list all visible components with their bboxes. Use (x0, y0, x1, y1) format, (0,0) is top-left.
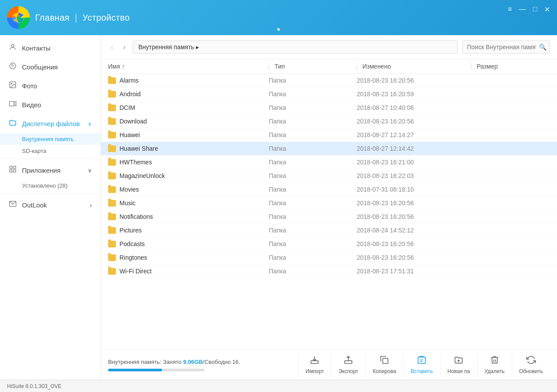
file-type-cell: Папка (269, 200, 357, 207)
refresh-icon (526, 355, 536, 367)
sidebar-item-filemanager[interactable]: Диспетчер файлов ∨ (0, 114, 101, 133)
file-name-cell: Movies (108, 186, 269, 193)
paste-icon (417, 355, 427, 367)
svg-rect-15 (418, 357, 426, 364)
minimize-button[interactable]: — (519, 5, 526, 14)
file-name-text: Movies (119, 186, 139, 193)
toolbar-btn-paste[interactable]: Вставить (403, 353, 440, 376)
table-row[interactable]: Alarms Папка 2018-08-23 16:20:56 (101, 74, 557, 87)
table-row[interactable]: Wi-Fi Direct Папка 2018-08-23 17:51:31 (101, 265, 557, 278)
file-name-text: Podcasts (119, 240, 145, 247)
file-date-cell: 2018-08-27 12:14:27 (357, 131, 471, 138)
messages-icon (9, 62, 17, 72)
menu-button[interactable]: ≡ (508, 5, 512, 14)
export-label: Экспорт (338, 368, 358, 374)
sidebar-sub-sd[interactable]: SD-карта (0, 145, 101, 157)
storage-label: Внутренняя память: Занято (108, 359, 183, 365)
home-label: Главная (35, 13, 69, 23)
col-modified-header[interactable]: Изменено (357, 63, 471, 70)
table-row[interactable]: Movies Папка 2018-07-31 08:18:10 (101, 183, 557, 196)
table-row[interactable]: MagazineUnlock Папка 2018-08-23 16:22:03 (101, 169, 557, 183)
file-type-cell: Папка (269, 268, 357, 275)
contacts-label: Контакты (22, 44, 51, 52)
sidebar-item-video[interactable]: Видео (0, 95, 101, 114)
table-row[interactable]: DCIM Папка 2018-08-27 10:40:06 (101, 101, 557, 115)
back-button[interactable]: ‹ (108, 41, 116, 54)
file-date-cell: 2018-08-23 16:20:56 (357, 254, 471, 261)
table-row[interactable]: Notifications Папка 2018-08-23 16:20:56 (101, 210, 557, 224)
file-date-cell: 2018-08-23 16:20:56 (357, 213, 471, 220)
video-icon (9, 100, 17, 110)
sidebar-sub-installed[interactable]: Установлено (28) (0, 180, 101, 192)
paste-label: Вставить (411, 368, 433, 374)
file-date-cell: 2018-08-23 16:20:56 (357, 240, 471, 247)
titlebar: Главная | Устройство ≡ — □ ✕ (0, 0, 557, 35)
sidebar-item-contacts[interactable]: Контакты (0, 39, 101, 58)
table-header: Имя ↑ Тип Изменено Размер (101, 59, 557, 74)
sidebar-divider-2 (0, 193, 101, 194)
sidebar-item-messages[interactable]: Сообщения (0, 58, 101, 76)
table-row[interactable]: Music Папка 2018-08-23 16:20:56 (101, 196, 557, 210)
file-name-cell: Ringtones (108, 254, 269, 261)
titlebar-dot (277, 28, 280, 31)
file-date-cell: 2018-08-24 14:52:12 (357, 227, 471, 234)
file-name-text: HWThemes (119, 159, 152, 166)
table-row[interactable]: Android Папка 2018-08-23 16:20:59 (101, 87, 557, 101)
storage-bar-fill (108, 369, 162, 371)
forward-button[interactable]: › (120, 41, 128, 54)
new_folder-label: Новая па (448, 368, 470, 374)
maximize-button[interactable]: □ (533, 5, 537, 14)
device-label: Устройство (83, 13, 130, 23)
toolbar-btn-copy[interactable]: Копирова (365, 353, 403, 376)
folder-icon (108, 77, 116, 84)
col-type-header[interactable]: Тип (269, 63, 357, 70)
file-type-cell: Папка (269, 254, 357, 261)
col-name-header[interactable]: Имя ↑ (108, 63, 269, 70)
file-type-cell: Папка (269, 186, 357, 193)
sidebar-item-photos[interactable]: Фото (0, 76, 101, 95)
window-controls: ≡ — □ ✕ (508, 5, 550, 14)
storage-bar-container (108, 369, 205, 371)
version-label: HiSuite 8.0.1.303_OVE (7, 383, 61, 389)
file-date-cell: 2018-08-23 16:22:03 (357, 172, 471, 179)
import-icon (310, 355, 319, 367)
close-button[interactable]: ✕ (544, 5, 550, 14)
status-bar: Внутренняя память: Занято 9.06GB/Свободн… (101, 349, 557, 380)
toolbar-btn-export[interactable]: Экспорт (331, 353, 365, 376)
toolbar-btn-import[interactable]: Импорт (298, 353, 331, 376)
file-date-cell: 2018-08-27 12:14:42 (357, 145, 471, 152)
search-input[interactable] (462, 40, 550, 54)
col-size-header[interactable]: Размер (471, 63, 550, 70)
toolbar-btn-new_folder[interactable]: Новая па (440, 353, 477, 376)
table-row[interactable]: Ringtones Папка 2018-08-23 16:20:56 (101, 251, 557, 265)
table-row[interactable]: HWThemes Папка 2018-08-23 16:21:00 (101, 156, 557, 169)
file-name-text: Huawei Share (119, 145, 158, 152)
toolbar: Импорт Экспорт Копирова Вставить Новая п… (298, 353, 550, 376)
file-type-cell: Папка (269, 159, 357, 166)
table-row[interactable]: Pictures Папка 2018-08-24 14:52:12 (101, 224, 557, 237)
table-row[interactable]: Huawei Share Папка 2018-08-27 12:14:42 (101, 142, 557, 156)
file-name-text: MagazineUnlock (119, 172, 165, 179)
toolbar-btn-delete[interactable]: Удалить (477, 353, 512, 376)
folder-icon (108, 145, 116, 152)
file-name-cell: Android (108, 91, 269, 98)
table-row[interactable]: Huawei Папка 2018-08-27 12:14:27 (101, 128, 557, 142)
file-date-cell: 2018-08-23 17:51:31 (357, 268, 471, 275)
table-row[interactable]: Podcasts Папка 2018-08-23 16:20:56 (101, 237, 557, 251)
photos-label: Фото (22, 82, 37, 90)
folder-icon (108, 118, 116, 125)
sidebar-item-outlook[interactable]: OutLook › (0, 196, 101, 214)
file-name-cell: Pictures (108, 227, 269, 234)
file-type-cell: Папка (269, 145, 357, 152)
file-type-cell: Папка (269, 227, 357, 234)
file-date-cell: 2018-08-23 16:21:00 (357, 159, 471, 166)
path-input[interactable] (133, 40, 458, 54)
video-label: Видео (22, 101, 41, 109)
table-row[interactable]: Download Папка 2018-08-23 16:20:56 (101, 115, 557, 128)
photos-icon (9, 81, 17, 91)
sidebar-item-apps[interactable]: Приложения ∨ (0, 161, 101, 180)
nav-bar: ‹ › 🔍 (101, 35, 557, 59)
toolbar-btn-refresh[interactable]: Обновить (512, 353, 550, 376)
sidebar-sub-internal[interactable]: Внутренняя память (0, 133, 101, 145)
new_folder-icon (454, 355, 463, 367)
